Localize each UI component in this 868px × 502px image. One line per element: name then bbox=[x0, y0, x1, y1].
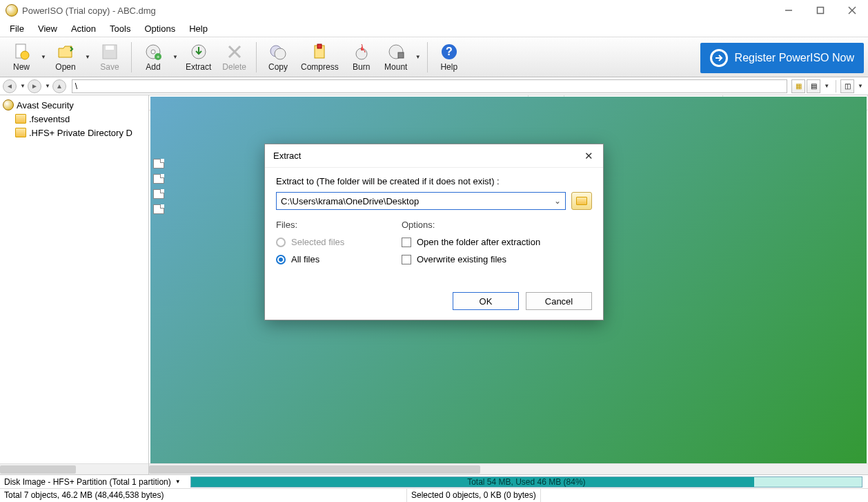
svg-rect-18 bbox=[317, 44, 322, 48]
new-button[interactable]: New bbox=[4, 39, 39, 75]
toolbar-sep bbox=[256, 42, 257, 73]
file-icon bbox=[153, 174, 164, 184]
sep bbox=[836, 80, 836, 93]
open-dropdown[interactable]: ▼ bbox=[83, 39, 92, 75]
new-dropdown[interactable]: ▼ bbox=[39, 39, 48, 75]
register-arrow-icon bbox=[710, 49, 728, 67]
open-button[interactable]: Open bbox=[48, 39, 83, 75]
chevron-down-icon[interactable]: ▼ bbox=[858, 83, 863, 89]
nav-forward-button[interactable]: ► bbox=[28, 79, 41, 93]
svg-point-16 bbox=[275, 48, 286, 59]
extract-to-label: Extract to (The folder will be created i… bbox=[276, 176, 592, 186]
statusbar: Disk Image - HFS+ Partition (Total 1 par… bbox=[0, 474, 868, 502]
path-box[interactable]: \ bbox=[72, 79, 787, 93]
view-layout-button[interactable]: ◫ bbox=[840, 79, 854, 93]
status-totals: Total 7 objects, 46.2 MB (48,446,538 byt… bbox=[0, 489, 407, 502]
file-icon bbox=[153, 204, 164, 214]
compress-icon bbox=[310, 42, 329, 61]
add-button[interactable]: + Add bbox=[136, 39, 170, 75]
compress-button[interactable]: Compress bbox=[295, 39, 344, 75]
nav-back-button[interactable]: ◄ bbox=[3, 79, 17, 93]
extract-button[interactable]: Extract bbox=[180, 39, 217, 75]
img-icon bbox=[153, 144, 164, 153]
dialog-title: Extract ✕ bbox=[265, 144, 603, 168]
chevron-down-icon[interactable]: ⌄ bbox=[554, 196, 561, 206]
disc-icon bbox=[3, 99, 14, 110]
svg-point-9 bbox=[151, 50, 155, 54]
menu-file[interactable]: File bbox=[3, 22, 31, 35]
check-open-folder[interactable]: Open the folder after extraction bbox=[402, 237, 592, 247]
menu-help[interactable]: Help bbox=[182, 22, 215, 35]
files-group-label: Files: bbox=[276, 220, 386, 230]
open-folder-icon bbox=[56, 42, 75, 61]
minimize-button[interactable] bbox=[773, 0, 805, 21]
delete-icon bbox=[225, 42, 244, 61]
ok-button[interactable]: OK bbox=[453, 292, 519, 310]
mount-dropdown[interactable]: ▼ bbox=[413, 39, 423, 75]
status-selected: Selected 0 objects, 0 KB (0 bytes) bbox=[407, 489, 541, 502]
toolbar: New ▼ Open ▼ Save + Add ▼ Extract Delete… bbox=[0, 37, 868, 77]
folder-view-icon: ▦ bbox=[796, 82, 802, 90]
svg-text:?: ? bbox=[446, 46, 453, 57]
check-overwrite[interactable]: Overwrite existing files bbox=[402, 254, 592, 264]
chevron-down-icon: ▼ bbox=[175, 479, 181, 485]
list-view-icon: ▤ bbox=[811, 82, 817, 90]
navbar: ◄▼ ►▼ ▲ \ ▦ ▤ ▼ ◫ ▼ bbox=[0, 77, 868, 95]
radio-all-files[interactable]: All files bbox=[276, 254, 386, 264]
menu-view[interactable]: View bbox=[31, 22, 64, 35]
mount-button[interactable]: Mount bbox=[379, 39, 413, 75]
tree-item[interactable]: .fseventsd bbox=[0, 112, 148, 126]
mount-icon bbox=[386, 42, 406, 61]
burn-button[interactable]: Burn bbox=[344, 39, 379, 75]
usage-bar: Total 54 MB, Used 46 MB (84%) bbox=[190, 476, 862, 487]
svg-point-5 bbox=[21, 51, 29, 59]
toolbar-sep bbox=[131, 42, 132, 73]
options-group-label: Options: bbox=[402, 220, 592, 230]
layout-icon: ◫ bbox=[845, 82, 851, 90]
file-icon bbox=[153, 189, 164, 199]
add-dropdown[interactable]: ▼ bbox=[170, 39, 180, 75]
list-scrollbar[interactable] bbox=[149, 463, 868, 474]
svg-rect-1 bbox=[818, 8, 824, 14]
close-button[interactable] bbox=[836, 0, 868, 21]
copy-disc-icon bbox=[268, 42, 288, 61]
copy-button[interactable]: Copy bbox=[261, 39, 295, 75]
folder-icon bbox=[576, 197, 587, 205]
view-details-button[interactable]: ▤ bbox=[807, 79, 820, 93]
add-disc-icon: + bbox=[144, 42, 163, 61]
partition-selector[interactable]: Disk Image - HFS+ Partition (Total 1 par… bbox=[0, 477, 185, 487]
view-icons-button[interactable]: ▦ bbox=[791, 79, 805, 93]
help-button[interactable]: ? Help bbox=[432, 39, 466, 75]
toolbar-sep bbox=[427, 42, 428, 73]
register-banner[interactable]: Register PowerISO Now bbox=[700, 43, 864, 73]
nav-up-button[interactable]: ▲ bbox=[52, 79, 66, 93]
tree-item[interactable]: .HFS+ Private Directory D bbox=[0, 126, 148, 139]
save-icon bbox=[100, 42, 119, 61]
folder-icon bbox=[15, 114, 26, 124]
save-button: Save bbox=[92, 39, 127, 75]
browse-button[interactable] bbox=[571, 192, 592, 210]
tree-pane: Avast Security .fseventsd .HFS+ Private … bbox=[0, 95, 149, 474]
menu-options[interactable]: Options bbox=[137, 22, 182, 35]
chevron-down-icon[interactable]: ▼ bbox=[824, 83, 829, 89]
menu-action[interactable]: Action bbox=[64, 22, 103, 35]
cancel-button[interactable]: Cancel bbox=[526, 292, 592, 310]
tree-scrollbar[interactable] bbox=[0, 463, 148, 474]
menu-tools[interactable]: Tools bbox=[103, 22, 137, 35]
dialog-close-button[interactable]: ✕ bbox=[580, 148, 598, 164]
svg-rect-21 bbox=[398, 52, 404, 58]
extract-path-input[interactable]: C:\Users\krama\OneDrive\Desktop ⌄ bbox=[276, 192, 566, 210]
burn-icon bbox=[352, 42, 371, 61]
svg-rect-7 bbox=[106, 46, 114, 50]
new-file-icon bbox=[12, 42, 31, 61]
window-title: PowerISO (Trial copy) - ABC.dmg bbox=[22, 6, 156, 16]
chevron-down-icon[interactable]: ▼ bbox=[20, 83, 26, 89]
extract-icon bbox=[189, 42, 208, 61]
delete-button: Delete bbox=[217, 39, 252, 75]
tree-root[interactable]: Avast Security bbox=[0, 98, 148, 112]
maximize-button[interactable] bbox=[805, 0, 836, 21]
chevron-down-icon[interactable]: ▼ bbox=[45, 83, 50, 89]
menubar: File View Action Tools Options Help bbox=[0, 21, 868, 37]
help-icon: ? bbox=[440, 42, 459, 61]
svg-text:+: + bbox=[157, 54, 160, 60]
